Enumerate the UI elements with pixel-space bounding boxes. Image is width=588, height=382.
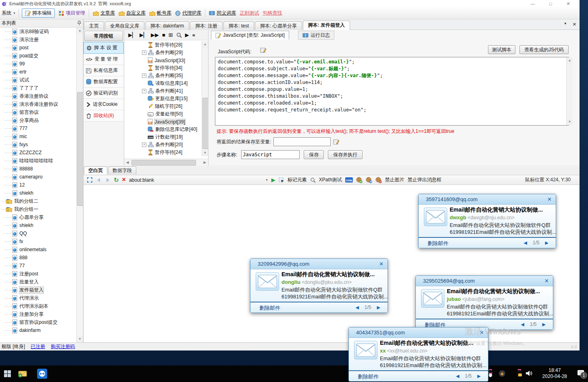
prev-mail-icon[interactable]: ◀	[523, 240, 527, 246]
script-row[interactable]: shiekh	[0, 189, 76, 197]
script-group-row[interactable]: 1我的分组一	[0, 205, 76, 213]
document-tab-1[interactable]: 主页	[84, 21, 104, 30]
script-row[interactable]: poat提交	[0, 52, 76, 60]
play-icon[interactable]: ▶	[185, 32, 189, 38]
step-row[interactable]: 暂停等待[28]	[124, 41, 202, 49]
script-row[interactable]: ertr	[0, 68, 76, 76]
step-row[interactable]: 000计数处理[19]	[124, 133, 202, 141]
script-row[interactable]: mic	[0, 132, 76, 141]
script-row[interactable]: 77	[0, 262, 76, 270]
toolbar-item-3[interactable]: 文章库	[93, 10, 115, 17]
toolbar-item-4[interactable]: 自定义库	[119, 10, 146, 17]
script-row[interactable]: QQ	[0, 229, 76, 237]
cookie-add-icon[interactable]	[356, 177, 363, 183]
run-page-icon[interactable]: ▶	[271, 177, 275, 183]
browser-tab-2[interactable]: 数据字段	[108, 166, 136, 174]
step-row[interactable]: 暂停等待[24]	[124, 149, 202, 156]
volume-icon[interactable]	[525, 370, 533, 376]
back-icon[interactable]	[96, 177, 102, 183]
mail-subject[interactable]: Email邮件自动化营销大站协议制做...	[450, 206, 552, 214]
mail-subject[interactable]: Email邮件自动化营销大站协议制做...	[281, 271, 384, 278]
step-row[interactable]: 更新信息库[15]	[124, 95, 202, 103]
javascript-code-editor[interactable]: document.compose.to.value="{-var.emil.em…	[215, 57, 569, 126]
view-generated-js-button[interactable]: 查看生成的JS代码	[519, 45, 569, 54]
tray-app-icon[interactable]	[498, 370, 506, 377]
step-row[interactable]: 暂停等待[34]	[124, 64, 202, 72]
document-tab-2[interactable]: 全局自定义库	[105, 21, 144, 30]
step-row[interactable]: +条件判断[29]	[124, 49, 202, 57]
resize-grip[interactable]: ⠿⠿	[571, 345, 578, 349]
taskbar-clock[interactable]: 18:47 2020-04-28	[542, 367, 567, 380]
script-row[interactable]: fx	[0, 237, 76, 246]
step-row[interactable]: +条件判断[35]	[124, 72, 202, 80]
script-row[interactable]: fxys	[0, 141, 76, 149]
tab-list-dropdown-icon[interactable]: ▼	[564, 22, 567, 27]
script-row[interactable]: 888	[0, 254, 76, 262]
next-mail-icon[interactable]: ▶	[477, 374, 481, 379]
scroll-down-icon[interactable]: ▼	[202, 150, 208, 156]
var-edit-icon[interactable]	[333, 139, 340, 145]
script-row[interactable]: 分享商品	[0, 116, 76, 124]
step-row[interactable]: 随机字符[26]	[124, 103, 202, 110]
test-script-button[interactable]: 测试脚本	[488, 45, 515, 54]
toolbar-item-2[interactable]: 项目管理	[58, 10, 85, 17]
script-row[interactable]: 演示88验证码	[0, 27, 76, 36]
expand-icon[interactable]: +	[142, 89, 146, 93]
expand-icon[interactable]: +	[142, 73, 146, 78]
html-icon[interactable]: HTML	[345, 177, 353, 183]
scroll-right-icon[interactable]: ▶	[202, 159, 208, 166]
collapse-icon[interactable]: «	[192, 32, 195, 38]
fit-page-icon[interactable]	[87, 177, 93, 183]
menu-item-4[interactable]: 数据库配置	[83, 76, 124, 88]
save-button[interactable]: 保存	[304, 150, 324, 159]
stop-icon[interactable]: ×	[122, 176, 126, 183]
step-row[interactable]: 读取信息库[14]	[124, 80, 202, 87]
pin-icon[interactable]	[77, 21, 81, 26]
xpath-search-icon[interactable]	[310, 177, 316, 183]
prev-mail-icon[interactable]: ◀	[456, 374, 459, 379]
delete-mail-link[interactable]: 删除邮件	[427, 240, 448, 247]
run-fast-icon[interactable]: ▶▶	[151, 32, 159, 38]
toolbar-item-5[interactable]: 帐号库	[149, 10, 171, 17]
url-text[interactable]: about:blank	[129, 177, 262, 183]
run-to-icon[interactable]: ▶▏	[128, 32, 136, 38]
scroll-down-icon[interactable]: ▼	[77, 336, 83, 342]
common-buttons-header[interactable]: 常用按钮	[84, 31, 123, 41]
search-icon[interactable]	[176, 32, 182, 38]
save-var-input[interactable]	[273, 137, 331, 146]
script-list-scrollbar[interactable]: ▲ ▼	[76, 27, 83, 342]
scroll-up-icon[interactable]: ▲	[567, 57, 573, 64]
toolbar-item-9[interactable]: 句柄查找	[263, 10, 282, 17]
script-row[interactable]: 发件箱登入	[0, 286, 76, 294]
next-mail-icon[interactable]: ▶	[542, 322, 546, 327]
menu-item-7[interactable]: 回收站(8)	[83, 110, 124, 122]
layout-icon[interactable]: ⊞	[169, 32, 173, 38]
script-row[interactable]: dakinfarm	[0, 326, 76, 334]
scroll-up-icon[interactable]: ▲	[202, 41, 208, 48]
code-scrollbar[interactable]: ▲ ▼	[566, 57, 573, 125]
scroll-left-icon[interactable]: ◀	[124, 159, 131, 166]
step-row[interactable]: JSJavaScript[33]	[124, 57, 202, 64]
prev-mail-icon[interactable]: ◀	[355, 305, 359, 310]
mail-subject[interactable]: Email邮件自动化营销大站协议制做...	[447, 288, 549, 295]
scroll-thumb[interactable]	[77, 92, 83, 206]
document-tab-4[interactable]: 脚本: 注册	[190, 21, 223, 30]
script-row[interactable]: 演示香港注册协议	[0, 100, 76, 108]
mark-element-icon[interactable]	[279, 177, 284, 183]
script-row[interactable]: 注册post	[0, 270, 76, 278]
script-row[interactable]: 留言协议post提交	[0, 318, 76, 326]
script-row[interactable]: camerapro	[0, 173, 76, 181]
script-row[interactable]: 99	[0, 60, 76, 68]
document-tab-7[interactable]: 脚本: 发件箱登入	[303, 21, 350, 30]
url-dropdown-icon[interactable]: ▼	[265, 178, 268, 181]
script-row[interactable]: 代理演示	[0, 294, 76, 302]
step-row[interactable]: +条件判断[41]	[124, 87, 202, 95]
step-row[interactable]: (x)变量处理[50]	[124, 110, 202, 118]
run-step-icon[interactable]: ▶▏	[140, 32, 148, 38]
tab-javascript-step[interactable]: JavaScript [类型: JavaScript]	[211, 31, 289, 40]
save-and-run-button[interactable]: 保存并执行	[328, 150, 363, 159]
system-menu[interactable]: 系统 ▼	[2, 10, 16, 17]
notification-center-icon[interactable]: 1	[577, 369, 585, 376]
toolbar-item-1[interactable]: 脚本编辑	[22, 8, 55, 18]
script-row[interactable]: ZCZCZCZ	[0, 149, 76, 157]
